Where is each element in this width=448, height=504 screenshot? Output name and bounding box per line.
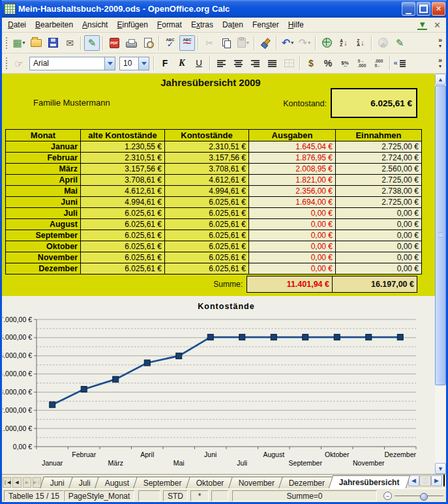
sheet-tab-oktober[interactable]: Oktober xyxy=(186,477,235,488)
edit-file-icon[interactable]: ✎ xyxy=(84,35,100,51)
spellcheck-icon[interactable]: ABC xyxy=(162,35,178,51)
value-cell-september[interactable]: 0,00 € xyxy=(336,230,421,241)
delete-decimal-icon[interactable]: .000 0← xyxy=(371,55,387,71)
open-icon[interactable] xyxy=(28,35,44,51)
value-cell-august[interactable]: 0,00 € xyxy=(249,219,335,230)
value-cell-mai[interactable]: 2.356,00 € xyxy=(249,186,335,196)
add-decimal-icon[interactable]: 0→ .000 xyxy=(354,55,370,71)
value-cell-september[interactable]: 6.025,61 € xyxy=(165,230,248,241)
maximize-button[interactable] xyxy=(417,2,430,16)
print-icon[interactable] xyxy=(123,35,139,51)
currency-format-icon[interactable]: $ xyxy=(303,55,319,71)
cut-icon[interactable]: ✂ xyxy=(202,35,217,51)
value-cell-marz[interactable]: 2.560,00 € xyxy=(336,164,421,174)
sheet-tab-jahresubersicht[interactable]: Jahresübersicht xyxy=(329,475,410,488)
font-name-combo[interactable]: Arial xyxy=(29,57,115,70)
month-cell-juni[interactable]: Juni xyxy=(6,197,80,207)
menu-bearbeiten[interactable]: Bearbeiten xyxy=(31,18,78,31)
value-cell-februar[interactable]: 1.876,95 € xyxy=(249,153,335,163)
month-cell-mai[interactable]: Mai xyxy=(6,186,80,196)
chevron-down-icon[interactable]: ▾ xyxy=(291,40,293,46)
insert-chart-icon[interactable] xyxy=(375,35,391,51)
value-cell-november[interactable]: 6.025,61 € xyxy=(81,252,164,263)
value-cell-oktober[interactable]: 6.025,61 € xyxy=(165,241,248,252)
menu-extras[interactable]: Extras xyxy=(187,18,218,31)
toolbar-overflow-button[interactable]: »▾ xyxy=(438,37,446,49)
menu-format[interactable]: Format xyxy=(153,18,187,31)
value-cell-oktober[interactable]: 0,00 € xyxy=(249,241,335,252)
redo-icon[interactable]: ↷▾ xyxy=(297,35,312,51)
value-cell-mai[interactable]: 2.738,00 € xyxy=(336,186,421,196)
value-cell-juli[interactable]: 0,00 € xyxy=(249,208,335,218)
month-cell-februar[interactable]: Februar xyxy=(6,153,80,163)
chevron-down-icon[interactable]: ▾ xyxy=(246,40,249,46)
status-selection-mode[interactable]: STD xyxy=(163,490,188,501)
align-center-icon[interactable] xyxy=(230,55,246,71)
menu-ansicht[interactable]: Ansicht xyxy=(78,18,112,31)
scroll-up-button[interactable]: ▲ xyxy=(435,74,446,85)
next-sheet-button[interactable]: ▶ xyxy=(23,477,31,488)
hyperlink-icon[interactable] xyxy=(319,35,335,51)
month-cell-juli[interactable]: Juli xyxy=(6,208,80,218)
sheet-tab-dezember[interactable]: Dezember xyxy=(278,477,335,488)
sort-descending-icon[interactable]: Z A xyxy=(353,35,368,51)
value-cell-mai[interactable]: 4.994,61 € xyxy=(165,186,248,196)
toolbar-grip[interactable] xyxy=(5,57,8,70)
align-left-icon[interactable] xyxy=(213,55,229,71)
decrease-indent-icon[interactable] xyxy=(393,55,409,71)
draw-functions-icon[interactable]: ✎ xyxy=(392,35,408,51)
value-cell-april[interactable]: 3.708,61 € xyxy=(81,175,164,185)
month-cell-januar[interactable]: Januar xyxy=(6,141,80,152)
zoom-out-button[interactable]: − xyxy=(383,492,392,500)
sort-ascending-icon[interactable]: A Z xyxy=(336,35,351,51)
column-header-alte-kontostande[interactable]: alte Kontostände xyxy=(81,130,164,141)
value-cell-januar[interactable]: 2.310,51 € xyxy=(165,141,248,152)
summe-einnahmen[interactable]: 16.197,00 € xyxy=(332,276,417,293)
vertical-scroll-thumb[interactable] xyxy=(435,85,446,385)
minimize-button[interactable]: ▁ xyxy=(402,2,415,16)
download-update-icon[interactable]: ▼ xyxy=(417,20,427,30)
value-cell-marz[interactable]: 3.708,61 € xyxy=(165,164,248,174)
sheet-tab-november[interactable]: November xyxy=(228,477,285,488)
sheet-tab-september[interactable]: September xyxy=(133,477,192,488)
value-cell-juli[interactable]: 6.025,61 € xyxy=(165,208,248,218)
value-cell-juni[interactable]: 2.725,00 € xyxy=(336,197,421,207)
chevron-down-icon[interactable]: ▾ xyxy=(23,40,25,46)
status-modified-flag[interactable]: * xyxy=(190,490,209,501)
export-pdf-icon[interactable]: PDF xyxy=(106,35,122,51)
format-paintbrush-icon[interactable] xyxy=(258,35,273,51)
copy-icon[interactable] xyxy=(218,35,234,51)
value-cell-oktober[interactable]: 6.025,61 € xyxy=(81,241,164,252)
status-insert-mode[interactable] xyxy=(138,490,160,501)
value-cell-januar[interactable]: 2.725,00 € xyxy=(336,141,421,152)
horizontal-scroll-thumb[interactable] xyxy=(419,475,431,486)
value-cell-februar[interactable]: 2.724,00 € xyxy=(336,153,421,163)
chevron-down-icon[interactable]: ▾ xyxy=(308,40,310,46)
page-preview-icon[interactable] xyxy=(140,35,156,51)
split-handle[interactable] xyxy=(443,475,445,486)
align-justify-icon[interactable] xyxy=(264,55,280,71)
vertical-scrollbar[interactable]: ▲ ▼ xyxy=(435,74,446,474)
value-cell-dezember[interactable]: 6.025,61 € xyxy=(165,263,248,274)
value-cell-dezember[interactable]: 6.025,61 € xyxy=(81,263,164,274)
title-bar[interactable]: Mein-Haushaltsbuch-2009.ods - OpenOffice… xyxy=(0,0,448,18)
month-cell-september[interactable]: September xyxy=(6,230,80,241)
value-cell-november[interactable]: 0,00 € xyxy=(336,252,421,263)
value-cell-marz[interactable]: 2.008,95 € xyxy=(249,164,335,174)
column-header-einnahmen[interactable]: Einnahmen xyxy=(336,130,421,141)
email-icon[interactable]: ✉ xyxy=(62,35,78,51)
font-size-combo[interactable]: 10 xyxy=(119,57,149,70)
value-cell-dezember[interactable]: 0,00 € xyxy=(336,263,421,274)
value-cell-juni[interactable]: 1.694,00 € xyxy=(249,197,335,207)
menu-hilfe[interactable]: Hilfe xyxy=(284,18,308,31)
zoom-slider-thumb[interactable] xyxy=(420,493,428,501)
value-cell-august[interactable]: 6.025,61 € xyxy=(81,219,164,230)
value-cell-juli[interactable]: 6.025,61 € xyxy=(81,208,164,218)
value-cell-september[interactable]: 6.025,61 € xyxy=(81,230,164,241)
value-cell-oktober[interactable]: 0,00 € xyxy=(336,241,421,252)
toolbar-grip[interactable] xyxy=(5,37,8,50)
value-cell-september[interactable]: 0,00 € xyxy=(249,230,335,241)
standard-format-icon[interactable]: $% xyxy=(337,55,353,71)
menu-fenster[interactable]: Fenster xyxy=(248,18,284,31)
value-cell-januar[interactable]: 1.645,04 € xyxy=(249,141,335,152)
